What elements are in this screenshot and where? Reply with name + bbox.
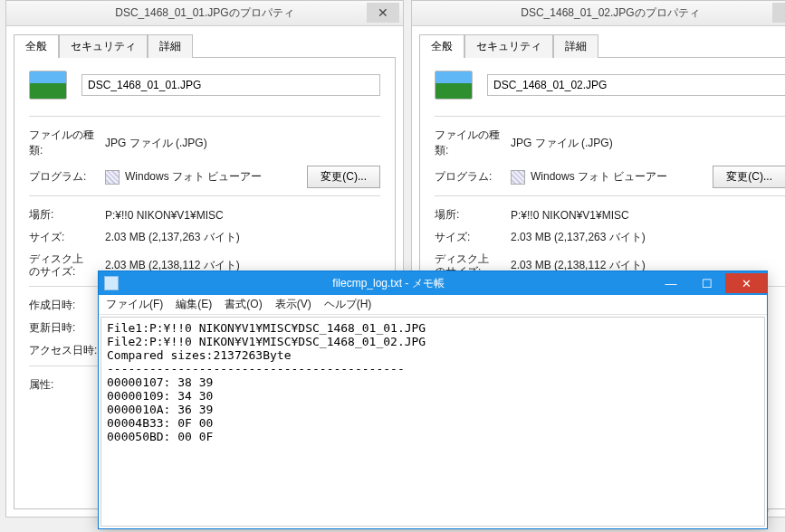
program-icon bbox=[511, 170, 525, 185]
filename-input[interactable] bbox=[487, 74, 785, 96]
notepad-titlebar[interactable]: filecmp_log.txt - メモ帳 — ☐ ✕ bbox=[99, 271, 767, 295]
label-filetype: ファイルの種類: bbox=[29, 128, 105, 158]
tab-security[interactable]: セキュリティ bbox=[59, 34, 148, 58]
file-thumbnail-icon bbox=[29, 71, 67, 100]
tab-details[interactable]: 詳細 bbox=[553, 34, 598, 58]
label-program: プログラム: bbox=[29, 169, 105, 185]
window-title: DSC_1468_01_02.JPGのプロパティ bbox=[412, 5, 785, 21]
notepad-title: filecmp_log.txt - メモ帳 bbox=[124, 276, 653, 291]
value-location: P:¥!!0 NIKON¥V1¥MISC bbox=[105, 209, 380, 222]
titlebar[interactable]: DSC_1468_01_01.JPGのプロパティ ✕ bbox=[6, 1, 403, 26]
window-title: DSC_1468_01_01.JPGのプロパティ bbox=[6, 5, 403, 21]
filename-input[interactable] bbox=[81, 74, 380, 96]
menu-edit[interactable]: 編集(E) bbox=[176, 297, 212, 312]
label-created: 作成日時: bbox=[29, 298, 105, 313]
close-icon: ✕ bbox=[378, 5, 388, 20]
menu-view[interactable]: 表示(V) bbox=[275, 297, 311, 312]
label-accessed: アクセス日時: bbox=[29, 343, 105, 358]
tab-bar: 全般 セキュリティ 詳細 bbox=[6, 26, 403, 57]
menu-file[interactable]: ファイル(F) bbox=[106, 297, 163, 312]
value-program: Windows フォト ビューアー bbox=[125, 169, 262, 185]
value-program: Windows フォト ビューアー bbox=[531, 169, 667, 185]
label-attributes: 属性: bbox=[29, 377, 105, 393]
titlebar[interactable]: DSC_1468_01_02.JPGのプロパティ ✕ bbox=[412, 1, 785, 26]
minimize-button[interactable]: — bbox=[653, 273, 689, 293]
label-disksize: ディスク上 のサイズ: bbox=[29, 252, 105, 279]
value-size: 2.03 MB (2,137,263 バイト) bbox=[105, 230, 380, 245]
label-location: 場所: bbox=[435, 207, 511, 223]
value-filetype: JPG ファイル (.JPG) bbox=[105, 136, 380, 151]
menu-help[interactable]: ヘルプ(H) bbox=[324, 297, 372, 312]
tab-security[interactable]: セキュリティ bbox=[464, 34, 553, 58]
label-location: 場所: bbox=[29, 207, 105, 223]
change-program-button[interactable]: 変更(C)... bbox=[307, 166, 380, 188]
value-location: P:¥!!0 NIKON¥V1¥MISC bbox=[511, 209, 785, 222]
change-program-button[interactable]: 変更(C)... bbox=[713, 166, 785, 188]
maximize-button[interactable]: ☐ bbox=[689, 273, 725, 293]
notepad-window: filecmp_log.txt - メモ帳 — ☐ ✕ ファイル(F) 編集(E… bbox=[98, 271, 768, 529]
close-button[interactable]: ✕ bbox=[367, 3, 399, 23]
file-thumbnail-icon bbox=[435, 71, 473, 100]
label-updated: 更新日時: bbox=[29, 320, 105, 336]
label-size: サイズ: bbox=[29, 230, 105, 245]
value-size: 2.03 MB (2,137,263 バイト) bbox=[511, 230, 785, 245]
notepad-icon bbox=[104, 276, 119, 290]
tab-details[interactable]: 詳細 bbox=[148, 34, 193, 58]
tab-general[interactable]: 全般 bbox=[419, 34, 464, 58]
label-size: サイズ: bbox=[435, 230, 511, 245]
tab-bar: 全般 セキュリティ 詳細 bbox=[412, 26, 785, 57]
label-program: プログラム: bbox=[435, 169, 511, 185]
label-filetype: ファイルの種類: bbox=[435, 128, 511, 158]
value-filetype: JPG ファイル (.JPG) bbox=[511, 136, 785, 151]
program-icon bbox=[105, 170, 120, 185]
notepad-menubar: ファイル(F) 編集(E) 書式(O) 表示(V) ヘルプ(H) bbox=[99, 295, 767, 315]
tab-general[interactable]: 全般 bbox=[14, 34, 59, 58]
menu-format[interactable]: 書式(O) bbox=[225, 297, 262, 312]
notepad-text-area[interactable]: File1:P:¥!!0 NIKON¥V1¥MISC¥DSC_1468_01_0… bbox=[101, 317, 765, 527]
close-button[interactable]: ✕ bbox=[725, 273, 767, 293]
close-button[interactable]: ✕ bbox=[772, 3, 785, 23]
